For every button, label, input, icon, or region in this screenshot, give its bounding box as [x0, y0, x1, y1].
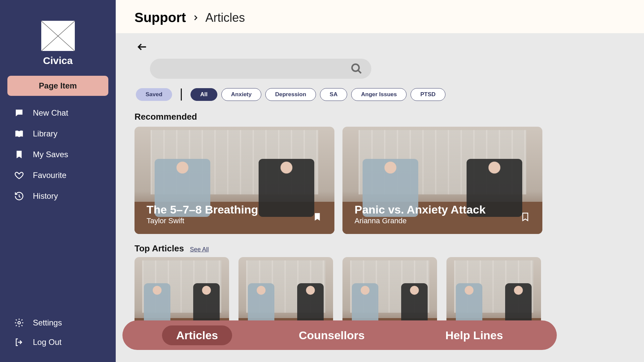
- see-all-link[interactable]: See All: [190, 246, 209, 253]
- sidebar-bottom-nav: Settings Log Out: [7, 314, 108, 351]
- search-input[interactable]: [150, 59, 371, 79]
- sidebar: Civica Page Item New Chat Library My Sav…: [0, 0, 116, 362]
- sidebar-item-label: History: [33, 191, 58, 201]
- breadcrumb-root[interactable]: Support: [135, 10, 186, 25]
- breadcrumb: Support Articles: [116, 0, 644, 33]
- filter-chip-ptsd[interactable]: PTSD: [411, 88, 445, 101]
- recommended-heading: Recommended: [135, 112, 625, 122]
- content: Saved All Anxiety Depression SA Anger Is…: [116, 33, 644, 362]
- tab-counsellors[interactable]: Counsellors: [285, 325, 379, 345]
- top-articles-heading: Top Articles: [135, 243, 184, 254]
- bookmark-outline-icon[interactable]: [520, 212, 530, 225]
- card-author: Arianna Grande: [355, 217, 486, 225]
- sidebar-item-label: New Chat: [33, 108, 68, 118]
- svg-point-1: [352, 64, 359, 71]
- brand-logo: [41, 21, 75, 51]
- brand-name: Civica: [7, 55, 108, 66]
- heart-icon: [14, 170, 24, 180]
- filter-chip-sa[interactable]: SA: [320, 88, 347, 101]
- bookmark-icon: [14, 149, 24, 160]
- chat-plus-icon: [14, 108, 24, 118]
- sidebar-item-label: My Saves: [33, 150, 68, 159]
- breadcrumb-current: Articles: [205, 11, 245, 25]
- sidebar-item-favourite[interactable]: Favourite: [7, 166, 108, 184]
- sidebar-item-label: Log Out: [33, 338, 61, 347]
- card-author: Taylor Swift: [147, 217, 258, 225]
- search-icon: [351, 63, 363, 75]
- sidebar-nav: New Chat Library My Saves Favourite Hist…: [7, 104, 108, 205]
- filter-chip-anxiety[interactable]: Anxiety: [221, 88, 261, 101]
- card-title: Panic vs. Anxiety Attack: [355, 203, 486, 216]
- sidebar-item-label: Settings: [33, 318, 62, 327]
- sidebar-item-settings[interactable]: Settings: [7, 314, 108, 332]
- filter-chip-depression[interactable]: Depression: [265, 88, 316, 101]
- gear-icon: [14, 318, 24, 328]
- tab-help-lines[interactable]: Help Lines: [431, 325, 517, 345]
- sidebar-item-logout[interactable]: Log Out: [7, 333, 108, 351]
- sidebar-item-history[interactable]: History: [7, 187, 108, 205]
- recommended-card[interactable]: The 5–7–8 Breathing Taylor Swift: [135, 127, 334, 234]
- tab-articles[interactable]: Articles: [162, 325, 232, 345]
- sidebar-item-new-chat[interactable]: New Chat: [7, 104, 108, 122]
- filter-separator: [181, 88, 182, 101]
- history-icon: [14, 191, 24, 201]
- sidebar-item-label: Library: [33, 129, 57, 138]
- filter-row: Saved All Anxiety Depression SA Anger Is…: [136, 88, 625, 101]
- sidebar-page-item[interactable]: Page Item: [7, 76, 108, 96]
- filter-chip-saved[interactable]: Saved: [136, 88, 172, 101]
- book-open-icon: [14, 129, 24, 139]
- recommended-row: The 5–7–8 Breathing Taylor Swift Panic v…: [135, 127, 625, 234]
- filter-chip-anger[interactable]: Anger Issues: [351, 88, 407, 101]
- sidebar-item-my-saves[interactable]: My Saves: [7, 145, 108, 164]
- filter-chip-all[interactable]: All: [191, 88, 217, 101]
- chevron-right-icon: [192, 13, 199, 23]
- card-title: The 5–7–8 Breathing: [147, 203, 258, 216]
- recommended-card[interactable]: Panic vs. Anxiety Attack Arianna Grande: [342, 127, 542, 234]
- logout-icon: [14, 337, 24, 347]
- bottom-tab-bar: Articles Counsellors Help Lines: [122, 320, 557, 350]
- bookmark-filled-icon[interactable]: [312, 212, 322, 225]
- sidebar-item-library[interactable]: Library: [7, 125, 108, 143]
- back-button[interactable]: [135, 41, 150, 53]
- main: Support Articles Saved All Anxiety Depre…: [116, 0, 644, 362]
- svg-point-0: [18, 321, 20, 324]
- sidebar-item-label: Favourite: [33, 171, 66, 180]
